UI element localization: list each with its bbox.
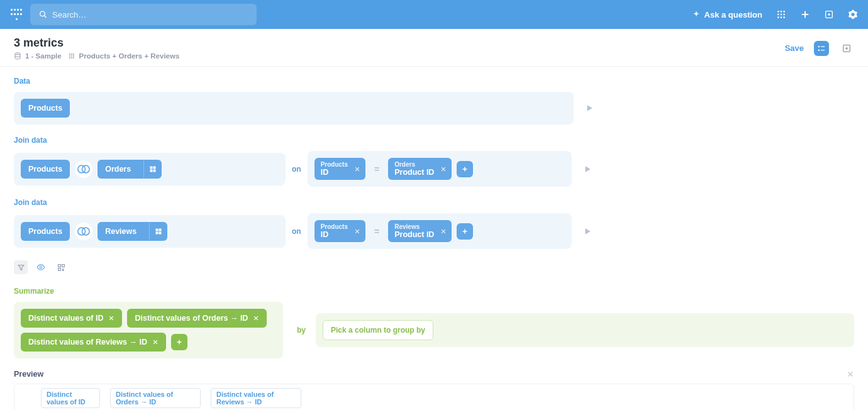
section-label-summarize: Summarize: [14, 287, 854, 296]
join2-left-table[interactable]: Products: [21, 222, 70, 241]
svg-point-5: [777, 14, 779, 16]
svg-rect-29: [821, 50, 825, 50]
ask-a-question[interactable]: Ask a question: [692, 10, 762, 19]
svg-rect-47: [156, 228, 159, 231]
play-button[interactable]: [583, 227, 592, 236]
join2-conditions-well: Products ID = Reviews Product ID: [308, 213, 572, 249]
join2-right-column[interactable]: Reviews Product ID: [388, 220, 452, 242]
notebook-view-toggle[interactable]: [839, 41, 854, 56]
filter-icon: [17, 263, 25, 272]
close-preview[interactable]: [847, 370, 854, 378]
custom-column-step-button[interactable]: [34, 260, 48, 274]
breadcrumb-database-label: 1 - Sample: [25, 52, 62, 60]
aggregation-pill[interactable]: Distinct values of ID: [21, 309, 122, 328]
join2-right-columns-button[interactable]: [149, 223, 167, 240]
section-label-preview: Preview: [14, 370, 43, 379]
preview-col-header[interactable]: Distinct values of ID: [41, 388, 100, 408]
collection-icon[interactable]: [824, 9, 834, 19]
section-label-data: Data: [14, 77, 854, 86]
svg-point-10: [783, 16, 785, 18]
join2-left-well: Products Reviews: [14, 215, 286, 248]
aggregation-pill[interactable]: Distinct values of Orders → ID: [127, 309, 267, 328]
save-button[interactable]: Save: [785, 43, 804, 53]
breadcrumb: 1 - Sample Products + Orders + Reviews: [14, 52, 785, 60]
join1-on-label: on: [292, 165, 301, 174]
join1-right-column[interactable]: Orders Product ID: [388, 158, 452, 180]
remove-icon[interactable]: [440, 228, 447, 235]
svg-rect-48: [159, 228, 162, 231]
svg-point-7: [783, 14, 785, 16]
join2-equals: =: [374, 226, 379, 236]
data-source-pill[interactable]: Products: [21, 99, 70, 118]
play-icon: [583, 165, 592, 174]
breadcrumb-tables-label: Products + Orders + Reviews: [79, 52, 180, 60]
new-icon[interactable]: [800, 9, 810, 19]
close-icon: [847, 370, 854, 378]
join1-left-well: Products Orders: [14, 153, 286, 186]
join2-type-button[interactable]: [75, 223, 92, 240]
join1-right-table[interactable]: Orders: [97, 160, 162, 179]
search-input[interactable]: [52, 10, 248, 19]
remove-icon[interactable]: [253, 315, 259, 321]
join1-right-columns-button[interactable]: [143, 160, 162, 178]
join2-left-column[interactable]: Products ID: [314, 220, 365, 242]
data-source-label: Products: [28, 104, 62, 113]
app-logo[interactable]: [10, 8, 23, 21]
remove-icon[interactable]: [152, 339, 159, 345]
search-box[interactable]: [30, 4, 257, 25]
eye-icon: [36, 263, 45, 272]
app-grid-icon[interactable]: [776, 9, 786, 19]
remove-icon[interactable]: [354, 228, 360, 235]
play-button[interactable]: [585, 104, 594, 113]
page-title[interactable]: 3 metrics: [14, 36, 785, 50]
svg-point-3: [781, 11, 782, 13]
step-toolbar: [14, 260, 854, 274]
svg-line-1: [44, 16, 46, 18]
add-aggregation[interactable]: [171, 334, 187, 350]
svg-rect-26: [818, 45, 820, 47]
aggregations-well: Distinct values of ID Distinct values of…: [14, 302, 283, 358]
svg-point-23: [69, 57, 70, 58]
plus-icon: [461, 165, 469, 173]
settings-gear-icon[interactable]: [848, 9, 858, 19]
svg-point-4: [783, 11, 785, 13]
preview-col-header[interactable]: Distinct values of Orders → ID: [110, 388, 201, 408]
remove-icon[interactable]: [440, 166, 447, 172]
filter-step-button[interactable]: [14, 260, 28, 274]
join2-add-condition[interactable]: [457, 223, 473, 240]
breadcrumb-database[interactable]: 1 - Sample: [14, 52, 62, 60]
editor-content: Data Products Join data Products Orders …: [0, 67, 868, 410]
remove-icon[interactable]: [108, 315, 114, 321]
pick-groupby-column[interactable]: Pick a column to group by: [323, 320, 433, 340]
svg-rect-36: [153, 166, 156, 169]
aggregation-pill[interactable]: Distinct values of Reviews → ID: [21, 333, 166, 352]
join1-left-table[interactable]: Products: [21, 160, 70, 179]
columns-icon: [155, 228, 162, 235]
play-button[interactable]: [583, 165, 592, 174]
editor-view-toggle[interactable]: [814, 41, 829, 56]
svg-point-46: [82, 228, 90, 235]
remove-icon[interactable]: [354, 166, 360, 172]
groupby-well: Pick a column to group by: [316, 313, 854, 347]
section-label-join: Join data: [14, 136, 854, 145]
breadcrumb-tables[interactable]: Products + Orders + Reviews: [68, 52, 180, 60]
svg-rect-60: [58, 268, 60, 270]
venn-icon: [77, 227, 90, 236]
svg-rect-38: [153, 169, 156, 172]
play-icon: [583, 227, 592, 236]
join2-right-table[interactable]: Reviews: [97, 222, 167, 241]
sort-step-button[interactable]: [54, 260, 68, 274]
join1-conditions-well: Products ID = Orders Product ID: [308, 151, 572, 187]
svg-rect-35: [150, 166, 153, 169]
topbar: Ask a question: [0, 0, 868, 29]
svg-rect-28: [818, 49, 820, 50]
svg-rect-58: [58, 264, 60, 267]
svg-rect-27: [821, 46, 825, 47]
preview-col-header[interactable]: Distinct values of Reviews → ID: [211, 388, 301, 408]
join1-left-column[interactable]: Products ID: [314, 158, 365, 180]
svg-point-21: [71, 55, 72, 57]
by-label: by: [297, 326, 306, 335]
svg-point-8: [777, 16, 779, 18]
join1-type-button[interactable]: [75, 160, 92, 178]
join1-add-condition[interactable]: [457, 161, 473, 177]
